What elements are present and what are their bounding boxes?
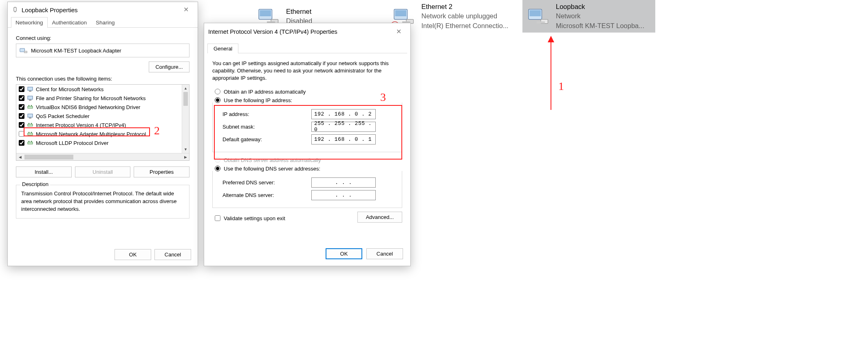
loopback-properties-dialog: Loopback Properties ✕ Networking Authent… [7,2,198,266]
alternate-dns-input[interactable]: . . . [311,190,376,200]
list-item[interactable]: QoS Packet Scheduler [16,112,189,120]
svg-rect-23 [28,114,33,117]
svg-rect-17 [29,91,31,92]
network-adapter-icon [527,4,551,28]
list-item[interactable]: Client for Microsoft Networks [16,85,189,94]
list-item-ipv4[interactable]: Internet Protocol Version 4 (TCP/IPv4) [16,120,189,129]
configure-button[interactable]: Configure... [149,61,189,72]
tabstrip: General [207,42,407,53]
annotation-number-3: 3 [380,91,386,104]
svg-rect-24 [29,118,31,118]
scroll-up-icon[interactable]: ▲ [182,85,189,92]
svg-rect-20 [28,106,33,108]
list-item-label: QoS Packet Scheduler [36,113,90,119]
protocol-icon [27,122,33,128]
title-bar[interactable]: Internet Protocol Version 4 (TCP/IPv4) P… [204,23,410,40]
protocol-icon [27,131,33,137]
annotation-arrow-1 [551,41,551,110]
list-item[interactable]: File and Printer Sharing for Microsoft N… [16,94,189,103]
ip-address-input[interactable]: 192 . 168 . 0 . 2 [311,109,376,119]
checkbox-label: Validate settings upon exit [224,215,285,221]
scroll-down-icon[interactable]: ▼ [182,146,189,153]
svg-rect-32 [29,141,29,142]
horizontal-scrollbar[interactable]: ◀ ▶ [16,153,189,160]
svg-rect-25 [28,124,33,126]
list-item[interactable]: Microsoft LLDP Protocol Driver [16,138,189,147]
advanced-button[interactable]: Advanced... [357,212,402,223]
client-icon [27,86,33,92]
svg-rect-22 [31,105,32,106]
cancel-button[interactable]: Cancel [154,249,191,260]
svg-rect-27 [31,123,32,124]
adapter-icon [12,7,18,13]
radio-input[interactable] [215,166,220,171]
list-item-checkbox[interactable] [19,131,24,137]
svg-rect-10 [530,10,541,16]
list-item-label: File and Printer Sharing for Microsoft N… [36,95,145,101]
vertical-scrollbar[interactable]: ▲ ▼ [182,85,189,153]
list-item-checkbox[interactable] [19,122,24,128]
description-text: Transmission Control Protocol/Internet P… [21,190,184,213]
list-item-checkbox[interactable] [19,140,24,146]
default-gateway-label: Default gateway: [223,136,311,142]
svg-rect-12 [537,22,545,24]
protocol-listbox[interactable]: Client for Microsoft Networks File and P… [16,84,189,161]
items-label: This connection uses the following items… [16,76,189,82]
radio-label: Use the following IP address: [224,97,292,103]
ok-button[interactable]: OK [326,248,362,259]
service-icon [27,95,33,101]
adapter-desc: Intel(R) Ethernet Connectio... [421,22,509,30]
title-bar[interactable]: Loopback Properties ✕ [8,2,198,18]
scroll-right-icon[interactable]: ▶ [182,153,189,160]
radio-input[interactable] [215,97,220,103]
default-gateway-input[interactable]: 192 . 168 . 0 . 1 [311,134,376,144]
uninstall-button: Uninstall [75,166,131,177]
install-button[interactable]: Install... [16,166,72,177]
radio-input[interactable] [215,89,220,94]
scroll-thumb[interactable] [183,92,188,106]
subnet-mask-input[interactable]: 255 . 255 . 255 . 0 [311,122,376,132]
tab-sharing[interactable]: Sharing [91,17,119,28]
description-group: Description Transmission Control Protoco… [16,185,189,219]
svg-rect-15 [24,51,27,53]
radio-auto-ip[interactable]: Obtain an IP address automatically [215,89,402,95]
adapter-desc: Microsoft KM-TEST Loopba... [556,22,644,30]
ipv4-properties-dialog: Internet Protocol Version 4 (TCP/IPv4) P… [204,23,411,266]
connect-using-label: Connect using: [16,35,189,41]
list-item[interactable]: VirtualBox NDIS6 Bridged Networking Driv… [16,103,189,112]
properties-button[interactable]: Properties [134,166,189,177]
cancel-button[interactable]: Cancel [366,248,403,259]
svg-rect-30 [31,132,32,133]
svg-rect-18 [28,96,33,99]
scroll-thumb[interactable] [24,155,73,160]
preferred-dns-label: Preferred DNS server: [223,179,311,186]
radio-auto-dns: Obtain DNS server address automatically [215,157,402,163]
ok-button[interactable]: OK [115,249,151,260]
description-title: Description [20,181,50,187]
connect-using-field[interactable]: Microsoft KM-TEST Loopback Adapter [16,44,189,57]
tab-networking[interactable]: Networking [11,17,48,28]
radio-input [215,157,220,163]
list-item-checkbox[interactable] [19,113,24,119]
tab-general[interactable]: General [207,44,238,53]
list-item-checkbox[interactable] [19,86,24,92]
radio-label: Obtain an IP address automatically [224,89,306,95]
svg-rect-5 [395,10,407,16]
tab-authentication[interactable]: Authentication [48,17,92,28]
svg-rect-31 [28,142,33,144]
dialog-title: Internet Protocol Version 4 (TCP/IPv4) P… [208,28,389,35]
list-item-checkbox[interactable] [19,104,24,110]
checkbox-input[interactable] [215,215,220,221]
adapter-loopback[interactable]: Loopback Network Microsoft KM-TEST Loopb… [522,0,655,33]
list-item[interactable]: Microsoft Network Adapter Multiplexor Pr… [16,129,189,138]
list-item-label: VirtualBox NDIS6 Bridged Networking Driv… [36,104,140,110]
close-button[interactable]: ✕ [176,4,195,16]
radio-label: Use the following DNS server addresses: [224,166,320,172]
scroll-left-icon[interactable]: ◀ [16,153,24,160]
ip-address-label: IP address: [223,111,311,117]
list-item-checkbox[interactable] [19,95,24,101]
list-item-label: Client for Microsoft Networks [36,86,104,92]
close-button[interactable]: ✕ [389,26,408,38]
subnet-mask-label: Subnet mask: [223,124,311,130]
preferred-dns-input[interactable]: . . . [311,177,376,188]
